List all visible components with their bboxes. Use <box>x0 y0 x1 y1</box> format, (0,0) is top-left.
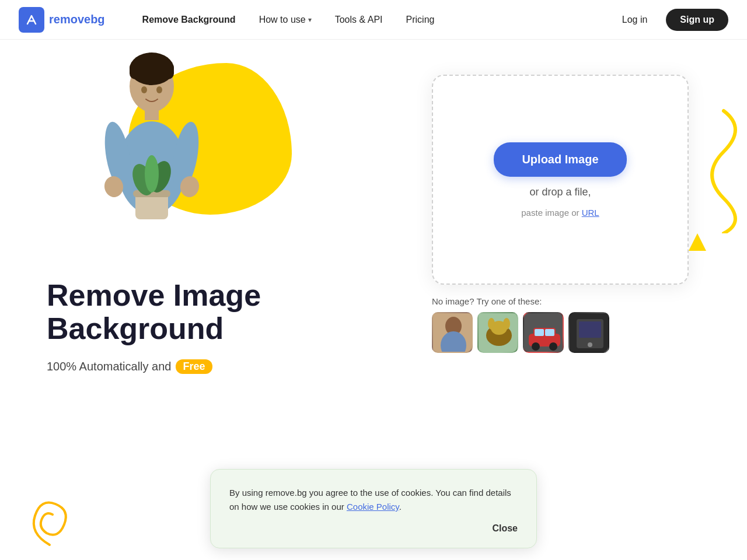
right-section: Upload Image or drop a file, paste image… <box>420 75 700 506</box>
nav-links: Remove Background How to use ▾ Tools & A… <box>133 10 610 30</box>
svg-marker-17 <box>689 233 706 251</box>
upload-dropzone[interactable]: Upload Image or drop a file, paste image… <box>432 75 689 285</box>
drop-text: or drop a file, <box>529 186 591 198</box>
logo[interactable]: removebg <box>19 7 105 33</box>
cookie-banner: By using remove.bg you agree to the use … <box>210 469 537 548</box>
svg-point-31 <box>532 342 540 351</box>
svg-point-14 <box>145 155 159 192</box>
nav-link-pricing[interactable]: Pricing <box>397 10 444 30</box>
svg-point-36 <box>588 342 592 347</box>
nav-link-tools-api[interactable]: Tools & API <box>326 10 392 30</box>
nav-auth: Log in Sign up <box>610 9 728 31</box>
cookie-policy-link[interactable]: Cookie Policy <box>347 502 399 512</box>
nav-link-how-to-use[interactable]: How to use ▾ <box>250 10 321 30</box>
navbar: removebg Remove Background How to use ▾ … <box>0 0 747 40</box>
free-badge: Free <box>176 359 212 374</box>
svg-point-24 <box>488 318 495 330</box>
left-section: Remove Image Background 100% Automatical… <box>47 75 420 506</box>
signup-button[interactable]: Sign up <box>666 9 728 31</box>
upload-image-button[interactable]: Upload Image <box>494 142 626 177</box>
hero-subtext: 100% Automatically and Free <box>47 359 420 374</box>
logo-text: removebg <box>49 13 105 26</box>
svg-rect-0 <box>23 12 40 28</box>
svg-point-32 <box>549 342 557 351</box>
svg-rect-29 <box>535 329 544 336</box>
squiggle-decoration <box>677 105 747 222</box>
sample-image-car[interactable] <box>523 312 564 353</box>
hero-text: Remove Image Background 100% Automatical… <box>47 279 420 374</box>
sample-image-product[interactable] <box>568 312 609 353</box>
sample-image-person[interactable] <box>432 312 473 353</box>
main-content: Remove Image Background 100% Automatical… <box>0 40 747 506</box>
spiral-decoration <box>23 487 76 553</box>
svg-point-16 <box>156 86 162 93</box>
logo-icon <box>19 7 44 33</box>
hero-image-container <box>82 51 303 250</box>
sample-area: No image? Try one of these: <box>432 296 689 353</box>
svg-rect-3 <box>130 62 174 79</box>
svg-rect-4 <box>145 108 159 120</box>
triangle-decoration <box>689 233 706 253</box>
chevron-down-icon: ▾ <box>308 16 312 24</box>
hero-person-image <box>82 51 222 238</box>
url-paste-link[interactable]: URL <box>582 208 599 218</box>
sample-image-animal[interactable] <box>477 312 518 353</box>
sample-label: No image? Try one of these: <box>432 296 689 306</box>
cookie-close-button[interactable]: Close <box>229 523 518 534</box>
cookie-message: By using remove.bg you agree to the use … <box>229 486 518 514</box>
svg-rect-30 <box>545 329 554 336</box>
nav-link-remove-background[interactable]: Remove Background <box>133 10 245 30</box>
svg-rect-35 <box>579 321 601 338</box>
login-button[interactable]: Log in <box>610 10 659 30</box>
hero-heading: Remove Image Background <box>47 279 420 345</box>
sample-images-list <box>432 312 689 353</box>
paste-text: paste image or URL <box>521 208 599 218</box>
svg-point-25 <box>503 318 510 330</box>
svg-point-15 <box>141 86 147 93</box>
